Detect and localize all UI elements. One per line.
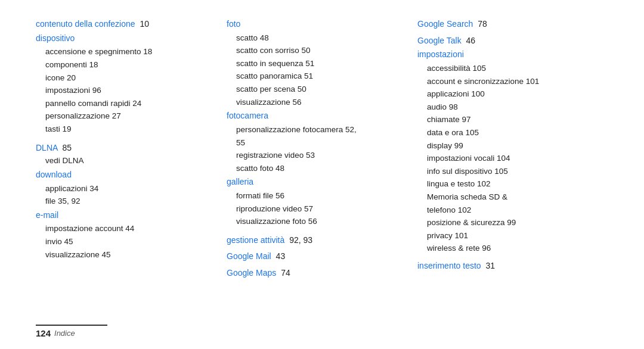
entry-inserimento-header: inserimento testo — [417, 261, 481, 270]
entry-google-maps: Google Maps 74 — [227, 267, 405, 280]
entry-email: e-mail impostazione account 44 invio 45 … — [36, 209, 215, 261]
sub-imp-posizione: posizione & sicurezza 99 — [417, 216, 596, 229]
entry-fotocamera-header: fotocamera — [227, 110, 405, 123]
sub-foto-vis: visualizzazione 56 — [227, 96, 405, 109]
entry-download: download applicazioni 34 file 35, 92 — [36, 169, 215, 208]
sub-tasti: tasti 19 — [36, 123, 215, 136]
sub-galleria-riproduzione: riproduzione video 57 — [227, 202, 405, 216]
page: contenuto della confezione 10 dispositiv… — [0, 0, 644, 349]
entry-fotocamera: fotocamera personalizzazione fotocamera … — [227, 110, 405, 174]
sub-pannello: pannello comandi rapidi 24 — [36, 97, 215, 110]
entry-impostazioni: impostazioni accessibilità 105 account e… — [417, 48, 596, 255]
entry-google-talk-page: 46 — [466, 36, 476, 45]
sub-imp-wireless: wireless & rete 96 — [417, 242, 596, 255]
sub-imp-account: account e sincronizzazione 101 — [417, 75, 596, 88]
sub-email-vis: visualizzazione 45 — [36, 248, 215, 261]
sub-imp-memoria2: telefono 102 — [417, 204, 596, 217]
index-columns: contenuto della confezione 10 dispositiv… — [36, 18, 608, 310]
entry-dlna-page: 85 — [62, 143, 72, 152]
entry-google-maps-page: 74 — [281, 268, 290, 278]
sub-imp-data: data e ora 105 — [417, 126, 596, 139]
entry-foto: foto scatto 48 scatto con sorriso 50 sca… — [227, 18, 405, 108]
entry-contenuto-header: contenuto della confezione — [36, 19, 135, 29]
entry-inserimento: inserimento testo 31 — [417, 260, 596, 273]
sub-personalizzazione: personalizzazione 27 — [36, 110, 215, 123]
entry-contenuto-page: 10 — [140, 19, 149, 29]
sub-imp-accessibilita: accessibilità 105 — [417, 62, 596, 75]
sub-fotocamera-personalizzazione-cont: 55 — [227, 136, 405, 149]
sub-imp-display: display 99 — [417, 139, 596, 152]
sub-componenti: componenti 18 — [36, 58, 215, 71]
entry-google-search-header: Google Search — [417, 19, 473, 29]
entry-google-search-page: 78 — [478, 19, 487, 29]
entry-dlna-header: DLNA — [36, 143, 58, 152]
entry-google-talk-header: Google Talk — [417, 36, 462, 45]
sub-foto-sequenza: scatto in sequenza 51 — [227, 57, 405, 70]
entry-dlna: DLNA 85 vedi DLNA — [36, 142, 215, 167]
entry-google-mail: Google Mail 43 — [227, 250, 405, 263]
sub-email-impostazione: impostazione account 44 — [36, 222, 215, 235]
entry-inserimento-page: 31 — [486, 261, 496, 270]
sub-impostazioni: impostazioni 96 — [36, 84, 215, 97]
sub-imp-chiamate: chiamate 97 — [417, 113, 596, 126]
sub-icone: icone 20 — [36, 71, 215, 85]
sub-imp-memoria: Memoria scheda SD & — [417, 191, 596, 204]
entry-google-search: Google Search 78 — [417, 18, 596, 31]
sub-fotocamera-scatto: scatto foto 48 — [227, 162, 405, 175]
sub-download-file: file 35, 92 — [36, 195, 215, 208]
entry-dispositivo: dispositivo accensione e spegnimento 18 … — [36, 32, 215, 136]
entry-email-header: e-mail — [36, 209, 215, 222]
sub-imp-audio: audio 98 — [417, 101, 596, 114]
sub-accensione: accensione e spegnimento 18 — [36, 45, 215, 58]
entry-gestione-page: 92, 93 — [289, 235, 312, 245]
sub-imp-privacy: privacy 101 — [417, 229, 596, 242]
sub-foto-panoramica: scatto panoramica 51 — [227, 70, 405, 83]
sub-foto-scatto: scatto 48 — [227, 32, 405, 45]
sub-imp-lingua: lingua e testo 102 — [417, 177, 596, 191]
entry-download-header: download — [36, 169, 215, 182]
sub-vedi-dlna: vedi DLNA — [36, 154, 215, 167]
sub-fotocamera-personalizzazione: personalizzazione fotocamera 52, — [227, 123, 405, 136]
sub-foto-scena: scatto per scena 50 — [227, 83, 405, 96]
footer: 124 Indice — [36, 325, 107, 338]
entry-google-mail-page: 43 — [276, 251, 286, 261]
entry-google-talk: Google Talk 46 — [417, 35, 596, 48]
entry-dispositivo-header: dispositivo — [36, 32, 215, 45]
entry-google-mail-header: Google Mail — [227, 251, 271, 261]
entry-google-maps-header: Google Maps — [227, 268, 276, 278]
column-2: foto scatto 48 scatto con sorriso 50 sca… — [227, 18, 417, 310]
footer-label: Indice — [54, 329, 75, 338]
entry-galleria-header: galleria — [227, 176, 405, 189]
sub-fotocamera-registrazione: registrazione video 53 — [227, 149, 405, 162]
column-3: Google Search 78 Google Talk 46 impostaz… — [417, 18, 608, 310]
sub-download-app: applicazioni 34 — [36, 182, 215, 195]
entry-gestione: gestione attività 92, 93 — [227, 234, 405, 247]
entry-gestione-header: gestione attività — [227, 235, 284, 245]
sub-imp-applicazioni: applicazioni 100 — [417, 88, 596, 101]
sub-imp-vocali: impostazioni vocali 104 — [417, 152, 596, 165]
entry-galleria: galleria formati file 56 riproduzione vi… — [227, 176, 405, 228]
sub-galleria-formati: formati file 56 — [227, 189, 405, 202]
sub-email-invio: invio 45 — [36, 235, 215, 248]
footer-page-number: 124 — [36, 328, 51, 338]
entry-foto-header: foto — [227, 18, 405, 31]
sub-foto-sorriso: scatto con sorriso 50 — [227, 44, 405, 57]
sub-imp-info: info sul dispositivo 105 — [417, 165, 596, 178]
column-1: contenuto della confezione 10 dispositiv… — [36, 18, 227, 310]
sub-galleria-vis: visualizzazione foto 56 — [227, 215, 405, 228]
entry-impostazioni-header: impostazioni — [417, 48, 596, 61]
entry-contenuto: contenuto della confezione 10 — [36, 18, 215, 31]
